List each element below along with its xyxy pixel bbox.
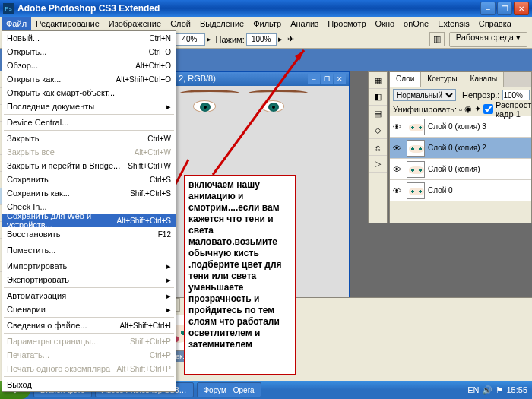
layer-thumb xyxy=(407,119,425,135)
menuitem[interactable]: Device Central... xyxy=(2,116,176,129)
collapsed-panels: ▦ ◧ ▤ ◇ ⎌ ▷ xyxy=(368,71,388,223)
doc-max-icon[interactable]: ❐ xyxy=(321,74,333,84)
svg-line-0 xyxy=(213,50,304,175)
visibility-icon[interactable]: 👁 xyxy=(390,165,404,174)
palette-well-icon[interactable]: ▥ xyxy=(429,32,445,46)
menuitem: Печатать...Ctrl+P xyxy=(2,348,176,362)
actions-icon[interactable]: ▷ xyxy=(369,156,387,173)
minimize-button[interactable]: – xyxy=(480,2,496,15)
unify-style-icon[interactable]: ✦ xyxy=(474,104,481,114)
menuitem[interactable]: Открыть как...Alt+Shift+Ctrl+O xyxy=(2,72,176,86)
layer-opacity-input[interactable] xyxy=(502,90,530,100)
menu-выделение[interactable]: Выделение xyxy=(195,17,249,30)
menuitem[interactable]: Выход xyxy=(2,378,176,391)
flow-input[interactable] xyxy=(246,33,277,46)
tab-Каналы[interactable]: Каналы xyxy=(464,72,505,87)
propagate-label: Распространить кадр 1 xyxy=(496,100,532,119)
menuitem: Параметры страницы...Shift+Ctrl+P xyxy=(2,334,176,348)
menuitem[interactable]: Сохранить для Web и устройств...Alt+Shif… xyxy=(2,214,176,227)
menuitem[interactable]: Сохранить как...Shift+Ctrl+S xyxy=(2,186,176,200)
window-titlebar: Ps Adobe Photoshop CS3 Extended – ❐ ✕ xyxy=(0,0,532,17)
menu-справка[interactable]: Справка xyxy=(474,17,516,30)
opacity-input[interactable] xyxy=(175,33,205,46)
layer-row[interactable]: 👁Слой 0 xyxy=(390,180,531,201)
menuitem[interactable]: Последние документы▸ xyxy=(2,100,176,113)
menuitem[interactable]: СохранитьCtrl+S xyxy=(2,173,176,186)
tray-icon[interactable]: 🔊 xyxy=(482,385,492,395)
layer-name: Слой 0 (копия) 3 xyxy=(428,122,486,131)
flow-field[interactable]: Нажим: ▸ xyxy=(216,33,283,46)
visibility-icon[interactable]: 👁 xyxy=(390,122,404,131)
lang-indicator[interactable]: EN xyxy=(467,385,479,394)
flow-label: Нажим: xyxy=(216,35,245,44)
menuitem: Закрыть всеAlt+Ctrl+W xyxy=(2,145,176,159)
menu-фильтр[interactable]: Фильтр xyxy=(249,17,286,30)
doc-close-icon[interactable]: ✕ xyxy=(334,74,346,84)
opacity-label: Непрозр.: xyxy=(462,90,499,100)
menuitem[interactable]: ЗакрытьCtrl+W xyxy=(2,131,176,145)
menuitem[interactable]: Поместить... xyxy=(2,243,176,257)
maximize-button[interactable]: ❐ xyxy=(497,2,512,15)
menuitem[interactable]: Импортировать▸ xyxy=(2,259,176,273)
tray-icon[interactable]: ⚑ xyxy=(496,385,503,395)
close-button[interactable]: ✕ xyxy=(514,2,529,15)
photoshop-icon: Ps xyxy=(3,3,14,14)
menuitem[interactable]: Сценарии▸ xyxy=(2,302,176,316)
navigator-icon[interactable]: ▦ xyxy=(369,72,387,89)
menubar: ФайлРедактированиеИзображениеСлойВыделен… xyxy=(0,17,532,30)
menu-onone[interactable]: onOne xyxy=(399,17,433,30)
layer-row[interactable]: 👁Слой 0 (копия) 3 xyxy=(390,116,531,138)
swatches-icon[interactable]: ▤ xyxy=(369,106,387,122)
menu-extensis[interactable]: Extensis xyxy=(433,17,474,30)
layer-thumb xyxy=(407,161,425,178)
workspace-button[interactable]: Рабочая среда ▾ xyxy=(449,32,527,47)
menuitem[interactable]: Новый...Ctrl+N xyxy=(2,31,176,45)
menuitem[interactable]: Сведения о файле...Alt+Shift+Ctrl+I xyxy=(2,318,176,332)
visibility-icon[interactable]: 👁 xyxy=(390,144,404,153)
unify-pos-icon[interactable]: ▫ xyxy=(459,105,462,114)
visibility-icon[interactable]: 👁 xyxy=(390,186,404,195)
taskbar-button[interactable]: Форум - Opera xyxy=(197,382,261,397)
blend-mode-select[interactable]: Нормальный xyxy=(393,89,456,101)
menu-слой[interactable]: Слой xyxy=(166,17,195,30)
menu-файл[interactable]: Файл xyxy=(2,17,31,30)
layer-name: Слой 0 xyxy=(428,186,453,195)
menu-изображение[interactable]: Изображение xyxy=(104,17,166,30)
tab-Контуры[interactable]: Контуры xyxy=(421,72,464,87)
propagate-checkbox[interactable] xyxy=(483,104,493,114)
menuitem[interactable]: Закрыть и перейти в Bridge...Shift+Ctrl+… xyxy=(2,159,176,173)
system-tray[interactable]: EN 🔊 ⚑ 15:55 xyxy=(463,385,532,395)
menuitem[interactable]: Открыть...Ctrl+O xyxy=(2,45,176,59)
history-icon[interactable]: ⎌ xyxy=(369,139,387,156)
unify-label: Унифицировать: xyxy=(393,105,457,114)
unify-vis-icon[interactable]: ◉ xyxy=(464,104,472,114)
menuitem: Печать одного экземпляраAlt+Shift+Ctrl+P xyxy=(2,362,176,375)
color-icon[interactable]: ◧ xyxy=(369,89,387,106)
window-title: Adobe Photoshop CS3 Extended xyxy=(17,3,479,14)
menu-просмотр[interactable]: Просмотр xyxy=(323,17,370,30)
menuitem[interactable]: Автоматизация▸ xyxy=(2,289,176,302)
file-menu-dropdown: Новый...Ctrl+NОткрыть...Ctrl+OОбзор...Al… xyxy=(2,30,176,392)
layer-name: Слой 0 (копия) 2 xyxy=(428,144,486,152)
airbrush-icon[interactable]: ✈ xyxy=(287,34,294,44)
layer-thumb xyxy=(407,140,425,157)
menuitem[interactable]: Открыть как смарт-объект... xyxy=(2,86,176,100)
document-title: 2, RGB/8) xyxy=(179,74,216,84)
clock[interactable]: 15:55 xyxy=(506,385,527,394)
menu-редактирование[interactable]: Редактирование xyxy=(31,17,104,30)
menu-анализ[interactable]: Анализ xyxy=(286,17,323,30)
layer-row[interactable]: 👁Слой 0 (копия) 2 xyxy=(390,138,531,159)
tab-Слои[interactable]: Слои xyxy=(390,72,421,87)
menuitem[interactable]: Экспортировать▸ xyxy=(2,273,176,287)
layers-tabs: СлоиКонтурыКаналы xyxy=(390,72,531,87)
styles-icon[interactable]: ◇ xyxy=(369,122,387,139)
layer-name: Слой 0 (копия) xyxy=(428,165,480,173)
menu-окно[interactable]: Окно xyxy=(371,17,400,30)
layer-thumb xyxy=(407,182,425,199)
annotation-note: включаем нашу анимацию и смотрим....если… xyxy=(184,175,296,375)
layer-row[interactable]: 👁Слой 0 (копия) xyxy=(390,159,531,180)
menuitem[interactable]: Обзор...Alt+Ctrl+O xyxy=(2,59,176,72)
arrow-annotation-1 xyxy=(213,46,312,176)
layers-panel: СлоиКонтурыКаналы Нормальный Непрозр.: У… xyxy=(389,71,532,223)
